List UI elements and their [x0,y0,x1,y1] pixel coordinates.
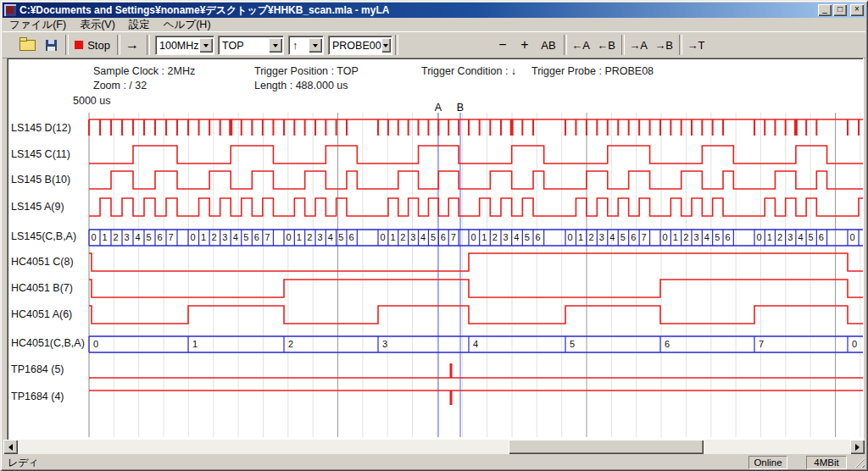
trigger-edge-combo[interactable]: ↑ [288,36,324,55]
cursor-a-label[interactable]: A [433,102,443,114]
trigger-probe-text: Trigger Probe : PROBE08 [531,65,654,77]
sample-rate-combo[interactable]: 100MHz [155,36,214,55]
open-button[interactable] [16,36,38,54]
goto-trigger-button[interactable]: →T [684,36,708,54]
run-button[interactable]: → [121,36,143,54]
toolbar-separator [147,35,150,55]
channel-label-hc4051-c-b-a: HC4051(C,B,A) [11,337,85,349]
goto-a-left-button[interactable]: ←A [569,36,593,54]
trigger-probe-combo[interactable]: PROBE00 [328,36,392,55]
goto-a-right-button[interactable]: →A [626,36,650,54]
save-floppy-icon [46,40,57,51]
toolbar-separator [65,35,69,55]
toolbar: Stop → 100MHz TOP ↑ PROBE00 − + AB ←A ←B… [3,31,865,58]
close-button[interactable]: × [850,4,864,16]
zoom-out-button[interactable]: − [492,36,513,54]
trigger-position-text: Trigger Position : TOP [254,65,359,77]
goto-b-right-button[interactable]: →B [652,36,676,54]
toolbar-separator [621,35,625,55]
menu-help[interactable]: ヘルプ(H) [157,18,218,31]
minimize-button[interactable]: _ [818,4,832,16]
cursor-b-label[interactable]: B [455,102,465,114]
channel-label-tp1684-5: TP1684 (5) [11,363,64,375]
chevron-down-icon[interactable] [309,38,322,53]
channel-label-hc4051-b-7: HC4051 B(7) [11,282,73,294]
window-title: C:¥Documents and Settings¥noname¥デスクトップ¥… [19,3,389,18]
stop-button[interactable]: Stop [70,36,114,54]
waveform-panel [7,58,864,441]
open-folder-icon [19,40,36,51]
status-online-badge: Online [748,456,787,469]
zoom-in-button[interactable]: + [515,36,535,54]
toolbar-separator [679,35,682,55]
trigger-position-combo[interactable]: TOP [218,36,284,55]
app-icon [4,4,16,16]
channel-label-ls145-d-12: LS145 D(12) [11,122,71,134]
toolbar-separator [564,35,567,55]
resize-grip-icon[interactable] [854,457,865,468]
toolbar-separator [395,35,398,55]
channel-label-hc4051-a-6: HC4051 A(6) [11,308,72,320]
length-text: Length : 488.000 us [254,80,348,91]
channel-label-hc4051-c-8: HC4051 C(8) [11,256,74,268]
scroll-right-button[interactable] [850,440,865,454]
toolbar-separator [117,35,120,55]
save-button[interactable] [40,36,62,54]
horizontal-scrollbar[interactable] [3,440,865,454]
channel-label-ls145-c-b-a: LS145(C,B,A) [11,230,76,242]
channel-label-ls145-c-11: LS145 C(11) [11,148,70,160]
status-memory-badge: 4MBit [806,456,847,469]
channel-label-tp1684-4: TP1684 (4) [11,391,64,402]
status-ready-text: レディ [8,456,39,470]
trigger-condition-text: Trigger Condition : ↓ [421,65,516,77]
menu-view[interactable]: 表示(V) [73,18,122,31]
menu-file[interactable]: ファイル(F) [3,18,73,31]
zoom-text: Zoom : / 32 [93,80,147,91]
menu-bar: ファイル(F) 表示(V) 設定 ヘルプ(H) [3,18,865,31]
chevron-down-icon[interactable] [381,38,391,53]
arrow-right-icon [855,444,863,451]
channel-label-ls145-b-10: LS145 B(10) [11,174,70,186]
time-scale-label: 5000 us [73,95,110,107]
menu-settings[interactable]: 設定 [122,18,157,31]
arrow-left-icon [5,444,13,451]
stop-icon [75,41,83,49]
app-window: C:¥Documents and Settings¥noname¥デスクトップ¥… [0,0,868,471]
chevron-down-icon[interactable] [269,38,282,53]
ab-cursors-button[interactable]: AB [537,36,560,54]
chevron-down-icon[interactable] [199,38,213,53]
scrollbar-thumb[interactable] [509,440,704,454]
channel-label-ls145-a-9: LS145 A(9) [11,201,64,213]
goto-b-left-button[interactable]: ←B [594,36,618,54]
sample-clock-text: Sample Clock : 2MHz [93,65,195,77]
title-bar: C:¥Documents and Settings¥noname¥デスクトップ¥… [3,3,865,18]
scroll-left-button[interactable] [3,440,18,454]
status-bar: レディ Online 4MBit [3,455,865,468]
maximize-button[interactable]: □ [833,4,847,16]
